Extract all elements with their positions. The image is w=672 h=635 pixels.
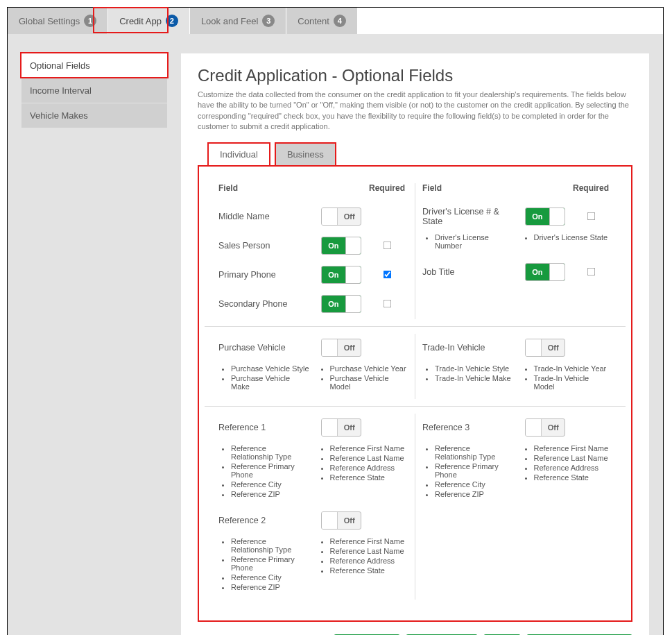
field-label: Job Title [422, 267, 520, 277]
bullet-item: Reference City [435, 480, 513, 489]
field-reference-2: Reference 2 Off [218, 507, 408, 534]
step-tab-label: Credit App [119, 16, 162, 26]
field-sublist: Reference Relationship Type Reference Pr… [218, 444, 408, 500]
field-secondary-phone: Secondary Phone On [218, 290, 408, 318]
bullet-item: Reference Address [534, 464, 612, 472]
sidebar-item-income-interval[interactable]: Income Interval [21, 78, 167, 103]
sidebar-item-label: Income Interval [30, 85, 92, 96]
fields-container: Field Required Middle Name Off Sales Per… [198, 165, 632, 622]
field-label: Trade-In Vehicle [422, 343, 520, 353]
step-tab-content[interactable]: Content 4 [286, 8, 358, 34]
subtab-label: Individual [220, 149, 258, 160]
subtab-individual[interactable]: Individual [207, 142, 270, 167]
field-reference-3: Reference 3 Off [422, 414, 612, 441]
field-label: Reference 1 [218, 423, 316, 432]
bullet-item: Reference Primary Phone [231, 462, 309, 479]
step-tab-num: 2 [166, 15, 178, 27]
step-tab-num: 3 [262, 15, 275, 27]
field-primary-phone: Primary Phone On [218, 261, 408, 289]
toggle-sales-person[interactable]: On [321, 237, 361, 255]
bullet-item: Reference State [534, 473, 612, 482]
step-tab-credit-app[interactable]: Credit App 2 [108, 8, 190, 34]
step-tab-global-settings[interactable]: Global Settings 1 [8, 8, 108, 34]
bullet-item: Reference Address [330, 464, 408, 472]
bullet-item: Trade-In Vehicle Year [534, 364, 612, 373]
field-sublist: Reference Relationship Type Reference Pr… [422, 444, 612, 500]
page-body: Optional Fields Income Interval Vehicle … [8, 34, 663, 635]
required-checkbox-secondary-phone[interactable] [384, 300, 392, 308]
bullet-item: Trade-In Vehicle Make [435, 374, 513, 382]
bullet-item: Purchase Vehicle Year [330, 364, 408, 373]
required-checkbox-job-title[interactable] [587, 268, 596, 276]
toggle-reference-1[interactable]: Off [321, 418, 361, 437]
bullet-item: Reference City [231, 573, 309, 582]
page-title: Credit Application - Optional Fields [198, 66, 632, 85]
step-tab-look-and-feel[interactable]: Look and Feel 3 [190, 8, 286, 34]
field-label: Secondary Phone [218, 299, 316, 309]
required-checkbox-drivers-license[interactable] [587, 212, 596, 221]
toggle-primary-phone[interactable]: On [321, 266, 361, 284]
bullet-item: Reference State [330, 473, 408, 482]
field-reference-1: Reference 1 Off [218, 414, 408, 441]
sidebar-item-vehicle-makes[interactable]: Vehicle Makes [21, 103, 167, 128]
field-label: Driver's License # & State [422, 207, 520, 226]
field-label: Primary Phone [218, 270, 316, 280]
subtab-business[interactable]: Business [275, 142, 336, 167]
step-tabs: Global Settings 1 Credit App 2 Look and … [8, 8, 663, 34]
step-tab-num: 4 [334, 15, 346, 27]
main-panel: Credit Application - Optional Fields Cus… [181, 53, 649, 635]
bullet-item: Reference Primary Phone [435, 462, 513, 479]
bullet-item: Reference ZIP [435, 490, 513, 498]
sidebar-item-optional-fields[interactable]: Optional Fields [21, 53, 167, 78]
bullet-item: Reference First Name [330, 537, 408, 545]
bullet-item: Reference First Name [534, 444, 612, 452]
bullet-item: Reference City [231, 480, 309, 489]
bullet-item: Reference Relationship Type [231, 537, 309, 554]
field-sublist: Reference Relationship Type Reference Pr… [218, 537, 408, 593]
toggle-job-title[interactable]: On [525, 263, 565, 281]
step-tab-label: Content [298, 16, 329, 26]
field-label: Sales Person [218, 241, 316, 251]
bullet-item: Reference State [330, 566, 408, 575]
sidebar-item-label: Optional Fields [30, 60, 90, 71]
bullet-item: Reference ZIP [231, 490, 309, 498]
field-label: Reference 2 [218, 516, 316, 525]
field-label: Reference 3 [422, 423, 520, 432]
required-checkbox-sales-person[interactable] [384, 242, 392, 250]
bullet-item: Reference Last Name [534, 454, 612, 462]
field-middle-name: Middle Name Off [218, 203, 408, 230]
step-tab-label: Global Settings [19, 16, 80, 26]
sidebar: Optional Fields Income Interval Vehicle … [21, 53, 167, 128]
toggle-reference-3[interactable]: Off [525, 418, 565, 437]
step-tab-label: Look and Feel [201, 16, 258, 26]
required-checkbox-primary-phone[interactable] [384, 271, 392, 279]
col-header-required: Required [570, 183, 612, 193]
bullet-item: Reference Relationship Type [435, 444, 513, 461]
field-sales-person: Sales Person On [218, 232, 408, 260]
bullet-item: Reference Relationship Type [231, 444, 309, 461]
toggle-drivers-license[interactable]: On [525, 208, 565, 226]
app-frame: Global Settings 1 Credit App 2 Look and … [7, 7, 664, 635]
col-header-required: Required [366, 183, 408, 193]
toggle-purchase-vehicle[interactable]: Off [321, 339, 361, 357]
step-tab-num: 1 [84, 15, 96, 27]
field-label: Purchase Vehicle [218, 343, 316, 353]
col-header-field: Field [218, 183, 316, 193]
toggle-trade-in-vehicle[interactable]: Off [525, 339, 565, 357]
section-divider [205, 406, 626, 407]
col-header-field: Field [422, 183, 520, 193]
bullet-item: Driver's License State [534, 233, 612, 242]
bullet-item: Reference Address [330, 557, 408, 565]
toggle-reference-2[interactable]: Off [321, 511, 361, 530]
field-sublist: Trade-In Vehicle Style Trade-In Vehicle … [422, 364, 612, 392]
toggle-secondary-phone[interactable]: On [321, 295, 361, 313]
bullet-item: Reference ZIP [231, 583, 309, 591]
field-trade-in-vehicle: Trade-In Vehicle Off [422, 334, 612, 362]
sidebar-item-label: Vehicle Makes [30, 110, 88, 121]
field-label: Middle Name [218, 212, 316, 221]
bullet-item: Reference Last Name [330, 454, 408, 462]
subtabs: Individual Business [207, 142, 632, 167]
toggle-middle-name[interactable]: Off [321, 208, 361, 226]
field-purchase-vehicle: Purchase Vehicle Off [218, 334, 408, 362]
bullet-item: Trade-In Vehicle Model [534, 374, 612, 391]
